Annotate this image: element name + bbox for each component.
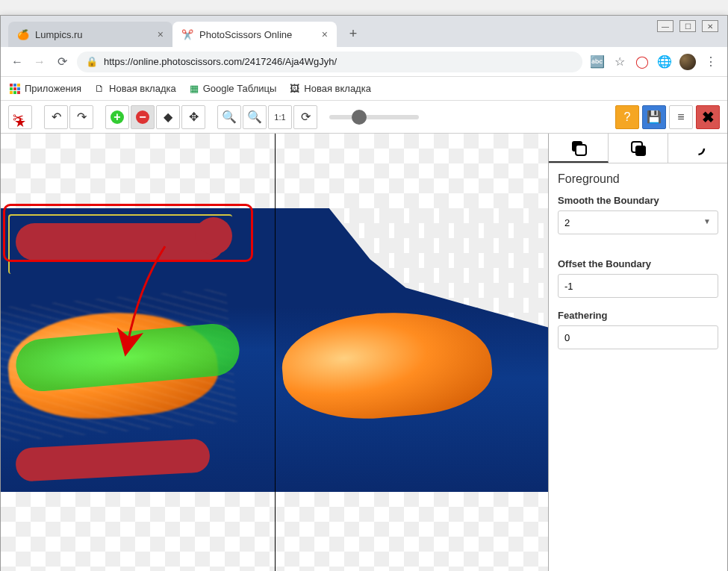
feather-label: Feathering — [558, 310, 718, 321]
move-icon: ✥ — [189, 110, 199, 124]
minimize-button[interactable]: — — [657, 20, 673, 32]
tab-background[interactable] — [609, 134, 668, 163]
opera-icon[interactable]: ◯ — [635, 54, 650, 69]
slider-thumb[interactable] — [352, 110, 367, 125]
tab-photoscissors[interactable]: ✂️ PhotoScissors Online × — [172, 22, 337, 47]
undo-button[interactable]: ↶ — [44, 105, 68, 129]
sidebar-content: Foreground Smooth the Boundary 2 Offset … — [549, 163, 727, 370]
panel-title: Foreground — [558, 172, 718, 186]
close-icon[interactable]: × — [322, 28, 328, 40]
redo-button[interactable]: ↷ — [69, 105, 93, 129]
bookmark-item[interactable]: ▦ Google Таблицы — [190, 83, 277, 94]
star-logo-icon: ✂★ — [13, 110, 28, 125]
tab-title: Lumpics.ru — [35, 29, 83, 40]
bookmark-label: Новая вкладка — [304, 83, 371, 94]
undo-icon: ↶ — [52, 110, 61, 124]
zoom-rotate-button[interactable]: ⟳ — [293, 105, 317, 129]
maximize-button[interactable]: ☐ — [679, 20, 696, 32]
zoom-fit-icon: 1:1 — [274, 113, 285, 122]
offset-input[interactable] — [558, 274, 718, 298]
smooth-label: Smooth the Boundary — [558, 195, 718, 206]
help-icon: ? — [624, 110, 631, 124]
bookmark-label: Приложения — [25, 83, 81, 94]
save-icon: 💾 — [647, 110, 662, 124]
menu-button[interactable]: ≡ — [669, 105, 693, 129]
brush-size-slider[interactable] — [329, 115, 419, 119]
eraser-button[interactable]: ◆ — [156, 105, 180, 129]
svg-rect-1 — [576, 145, 586, 155]
source-image — [1, 208, 275, 492]
close-icon[interactable]: × — [158, 28, 164, 40]
redo-icon: ↷ — [77, 110, 87, 124]
bookmark-item[interactable]: 🖼 Новая вкладка — [290, 83, 371, 94]
bg-marker-stroke — [15, 438, 211, 482]
app-toolbar: ✂★ ↶ ↷ + − ◆ ✥ 🔍 🔍 1:1 ⟳ ? 💾 ≡ ✖ — [1, 101, 727, 134]
hamburger-icon: ≡ — [677, 110, 684, 124]
editor-canvas[interactable] — [1, 208, 275, 492]
exit-button[interactable]: ✖ — [696, 105, 720, 129]
eraser-icon: ◆ — [164, 110, 172, 124]
bookmark-label: Google Таблицы — [203, 83, 277, 94]
canvas-divider — [275, 134, 276, 571]
star-icon[interactable]: ☆ — [612, 54, 627, 69]
sidebar-tabs — [549, 134, 727, 163]
tab-lumpics[interactable]: 🍊 Lumpics.ru × — [8, 22, 172, 47]
browser-window: — ☐ ✕ 🍊 Lumpics.ru × ✂️ PhotoScissors On… — [0, 15, 728, 571]
background-marker-button[interactable]: − — [131, 105, 155, 129]
bg-marker-stroke — [16, 223, 225, 260]
addr-icons: 🔤 ☆ ◯ 🌐 ⋮ — [590, 54, 718, 70]
layers-filled-icon — [570, 140, 587, 156]
preview-canvas — [275, 208, 549, 492]
logo-button[interactable]: ✂★ — [8, 105, 32, 129]
bookmark-label: Новая вкладка — [109, 83, 176, 94]
zoom-out-button[interactable]: 🔍 — [243, 105, 267, 129]
back-button[interactable]: ← — [10, 54, 25, 69]
svg-point-4 — [692, 143, 704, 155]
forward-button[interactable]: → — [32, 54, 47, 69]
help-button[interactable]: ? — [615, 105, 639, 129]
zoom-in-button[interactable]: 🔍 — [217, 105, 241, 129]
sidebar: Foreground Smooth the Boundary 2 Offset … — [548, 134, 727, 571]
workspace: Foreground Smooth the Boundary 2 Offset … — [1, 134, 727, 571]
feather-input[interactable] — [558, 325, 718, 349]
layers-outline-icon — [630, 140, 647, 157]
tab-strip: 🍊 Lumpics.ru × ✂️ PhotoScissors Online ×… — [1, 16, 727, 47]
menu-icon[interactable]: ⋮ — [703, 54, 718, 69]
offset-label: Offset the Boundary — [558, 258, 718, 269]
translate-icon[interactable]: 🔤 — [590, 54, 605, 69]
url-text: https://online.photoscissors.com/2417246… — [104, 56, 337, 67]
apps-icon — [10, 84, 20, 94]
foreground-marker-button[interactable]: + — [105, 105, 129, 129]
lock-icon: 🔒 — [86, 56, 98, 67]
sheets-icon: ▦ — [190, 83, 199, 94]
save-button[interactable]: 💾 — [642, 105, 666, 129]
tab-title: PhotoScissors Online — [199, 29, 292, 40]
apps-button[interactable]: Приложения — [10, 83, 81, 94]
plus-circle-icon: + — [111, 110, 124, 124]
canvas-area[interactable] — [1, 134, 548, 571]
close-button[interactable]: ✕ — [702, 20, 718, 32]
rotate-icon: ⟳ — [301, 110, 311, 124]
address-bar: ← → ⟳ 🔒 https://online.photoscissors.com… — [1, 47, 727, 77]
bookmark-item[interactable]: 🗋 Новая вкладка — [95, 83, 176, 94]
tab-loader[interactable] — [668, 134, 727, 163]
url-input[interactable]: 🔒 https://online.photoscissors.com/24172… — [77, 52, 582, 72]
globe-icon[interactable]: 🌐 — [657, 54, 672, 69]
page-icon: 🗋 — [95, 83, 105, 94]
new-tab-button[interactable]: + — [343, 23, 364, 44]
move-button[interactable]: ✥ — [181, 105, 205, 129]
zoom-fit-button[interactable]: 1:1 — [268, 105, 292, 129]
tab-foreground[interactable] — [549, 134, 609, 163]
image-icon: 🖼 — [290, 83, 299, 94]
minus-circle-icon: − — [136, 110, 149, 124]
profile-avatar[interactable] — [679, 54, 696, 70]
spinner-icon — [690, 140, 706, 157]
x-icon: ✖ — [702, 108, 715, 126]
reload-button[interactable]: ⟳ — [55, 54, 69, 69]
orange-slice-icon: 🍊 — [17, 28, 29, 40]
svg-rect-3 — [635, 146, 646, 156]
zoom-in-icon: 🔍 — [222, 110, 237, 124]
smooth-select[interactable]: 2 — [558, 210, 718, 234]
window-controls: — ☐ ✕ — [657, 20, 718, 32]
zoom-out-icon: 🔍 — [247, 110, 262, 124]
